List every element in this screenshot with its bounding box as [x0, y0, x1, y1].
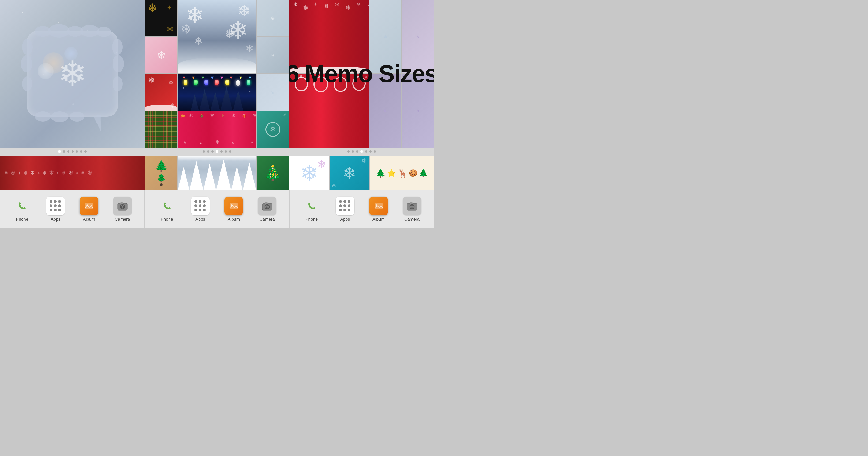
dot-7 [84, 150, 87, 153]
phone-svg-right [307, 201, 316, 211]
dot-6 [80, 150, 82, 153]
mid-dot-5 [220, 150, 223, 153]
camera-svg-left [117, 200, 128, 212]
nav-camera-left[interactable]: Camera [112, 197, 133, 222]
apps-icon-wrap-mid [191, 197, 210, 216]
apps-dots-right [339, 200, 351, 212]
right-dot-4 [360, 150, 363, 153]
apps-label-mid: Apps [195, 217, 205, 222]
phone-icon-right [302, 197, 321, 216]
right-dot-2 [352, 150, 354, 153]
left-panel: ❄ ❅ ❄ ✦ ❅ ❄ [0, 0, 145, 191]
mid-dot-1 [203, 150, 205, 153]
left-dots-row [0, 147, 145, 155]
cell-teal-snow: ❄ ❅ ❄ [330, 155, 369, 191]
left-red-strip: ❅ ❄ ✦ ❅ ❄ ✧ ❅ ❄ ✦ ❅ ❄ ✧ ❅ ❄ [0, 155, 145, 191]
cell-pink-flake: ❄ [145, 37, 177, 74]
camera-icon-wrap-mid [258, 197, 277, 216]
apps-icon-wrap-left [46, 197, 65, 216]
nav-bar: Phone Apps [0, 191, 434, 228]
camera-label-left: Camera [115, 217, 130, 222]
album-icon-wrap-right [369, 197, 388, 216]
mid-dot-2 [207, 150, 209, 153]
phone-label-left: Phone [16, 217, 28, 222]
album-icon-wrap-mid [224, 197, 243, 216]
apps-label-left: Apps [51, 217, 60, 222]
nav-phone-mid[interactable]: Phone [156, 197, 178, 222]
camera-svg-right [406, 200, 418, 212]
nav-apps-mid[interactable]: Apps [190, 197, 211, 222]
cell-pink-deer: 🌟 ❄ 🎄 ❅ 🦌 ❄ 🎁 ❅ 🦌 ❄ ✦ ❅ ❄ ✦ [178, 111, 256, 147]
cell-tan-tree: 🌲 🌲 [145, 155, 177, 191]
cell-teal-ornament: ❄ ❄ [257, 111, 289, 147]
dot-4 [71, 150, 74, 153]
camera-label-right: Camera [404, 217, 420, 222]
nav-apps-left[interactable]: Apps [45, 197, 66, 222]
apps-dots-left [50, 200, 61, 212]
album-svg-mid [228, 201, 239, 211]
cell-right-r2: ❅ [257, 37, 289, 74]
mid-dot-6 [225, 150, 227, 153]
apps-icon-wrap-right [336, 197, 354, 216]
nav-album-mid[interactable]: Album [223, 197, 244, 222]
dot-3 [67, 150, 69, 153]
mid-dot-7 [229, 150, 231, 153]
svg-rect-5 [120, 202, 123, 204]
dot-1 [58, 150, 61, 153]
album-label-mid: Album [228, 217, 240, 222]
camera-icon-wrap-left [113, 197, 132, 216]
right-dot-7 [374, 150, 376, 153]
nav-album-left[interactable]: Album [78, 197, 100, 222]
phone-label-mid: Phone [161, 217, 173, 222]
svg-rect-11 [265, 202, 268, 204]
mid-dot-4 [216, 150, 218, 153]
mid-image-grid: ❄ ❄ ✦ ❄ ❄ ❄ ❄ ❅ ❅ ❄ ❄ [145, 0, 289, 147]
camera-label-mid: Camera [259, 217, 275, 222]
right-panel: ❅ ❄ ✦ ❅ ❄ ❅ ❄ ✦ ❄ ❄ [289, 0, 434, 191]
right-image-grid: ❅ ❄ ✦ ❅ ❄ ❅ ❄ ✦ ❄ ❄ [289, 0, 434, 147]
cell-r1c4: ❄ [402, 0, 434, 74]
mid-dot-3 [211, 150, 214, 153]
nav-album-right[interactable]: Album [368, 197, 389, 222]
album-label-left: Album [83, 217, 95, 222]
apps-label-right: Apps [340, 217, 350, 222]
cell-blue-trees [178, 155, 256, 191]
cell-r2c4: ❄ [402, 74, 434, 147]
cell-right-r1: ❄ [257, 0, 289, 36]
right-dot-1 [347, 150, 350, 153]
right-dot-6 [369, 150, 372, 153]
mid-dots-row [145, 147, 289, 155]
nav-apps-right[interactable]: Apps [334, 197, 356, 222]
cell-green-xmas: 🎄 [257, 155, 289, 191]
cell-red-ornaments: ❄ [289, 74, 369, 147]
camera-svg-mid [261, 200, 273, 212]
cell-black-gold: ❄ ❄ ✦ [145, 0, 177, 36]
right-dot-5 [365, 150, 367, 153]
album-icon-wrap-left [80, 197, 98, 216]
mid-panel: ❄ ❄ ✦ ❄ ❄ ❄ ❄ ❅ ❅ ❄ ❄ [145, 0, 289, 191]
phone-svg-left [17, 201, 27, 211]
nav-phone-left[interactable]: Phone [11, 197, 33, 222]
nav-camera-mid[interactable]: Camera [256, 197, 278, 222]
album-svg-left [84, 201, 94, 211]
cell-plaid [145, 111, 177, 147]
right-bottom-row: ❄ ❄ ❄ ❅ ❄ 🌲 ⭐ 🦌 🍪 🌲 [289, 155, 434, 191]
nav-camera-right[interactable]: Camera [401, 197, 423, 222]
cell-blue-lights: ▼ ▼ ▼ ▼ ▼ ▼ ▼ ▼ [178, 74, 256, 111]
cell-right-r3: ❄ [257, 74, 289, 111]
cell-watercolor: ❄ ❄ [289, 155, 329, 191]
dot-2 [63, 150, 65, 153]
right-dots-row [289, 147, 434, 155]
cell-r2c3: ❅ [369, 74, 401, 147]
dot-5 [76, 150, 78, 153]
album-label-right: Album [372, 217, 384, 222]
album-svg-right [373, 201, 384, 211]
cell-red-wide-r1: ❅ ❄ ✦ ❅ ❄ ❅ ❄ ✦ [289, 0, 369, 74]
nav-phone-right[interactable]: Phone [301, 197, 322, 222]
nav-section-right: Phone Apps [289, 191, 434, 228]
svg-rect-17 [410, 202, 412, 204]
phone-icon-left [12, 197, 31, 216]
cell-r1c3: ❄ [369, 0, 401, 74]
apps-dots-mid [194, 200, 206, 212]
cell-gingerbread: 🌲 ⭐ 🦌 🍪 🌲 [370, 155, 434, 191]
